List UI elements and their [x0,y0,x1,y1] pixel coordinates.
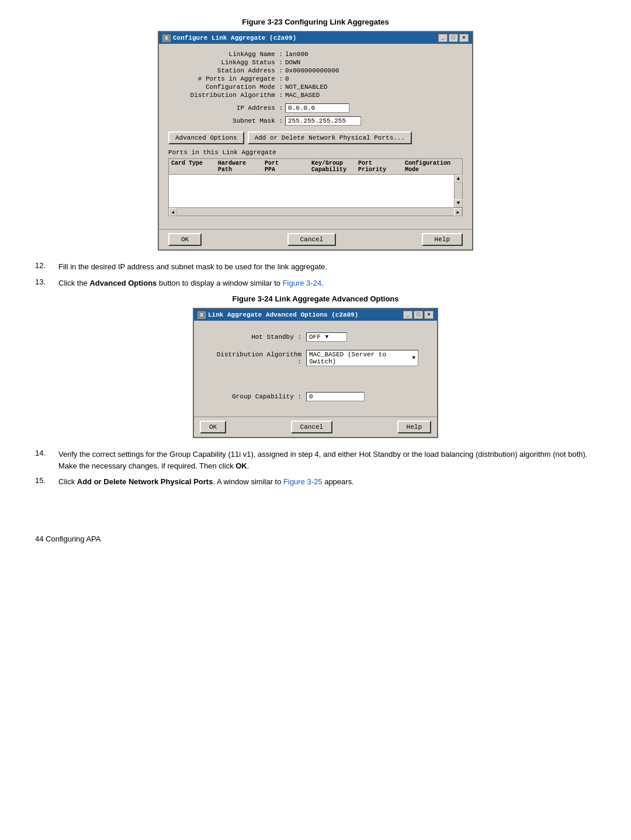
ports-value: 0 [285,75,289,82]
maximize-button-2[interactable]: □ [414,311,423,319]
minimize-button[interactable]: _ [438,34,448,42]
table-body [169,175,454,207]
h-scroll-track[interactable] [177,208,454,216]
scroll-down-arrow[interactable]: ▼ [455,199,463,207]
link-aggregate-advanced-dialog: x Link Aggregate Advanced Options (c2a09… [193,308,438,438]
instruction-14: 14. Verify the correct settings for the … [35,449,596,471]
help-button-2[interactable]: Help [397,421,431,433]
ip-address-label: IP Address : [168,105,285,112]
dist-algo-label: Distribution Algorithm : [168,92,285,99]
hot-standby-dropdown[interactable]: OFF ▼ [306,332,347,342]
dist-algo-value: MAC_BASED [285,92,320,99]
hot-standby-value: OFF [309,334,321,341]
subnet-mask-input[interactable] [285,116,361,126]
linkagg-name-value: lan900 [285,51,308,58]
station-address-label: Station Address : [168,67,285,74]
figure-3-23-title: Figure 3-23 Configuring Link Aggregates [35,18,596,26]
dialog-2-title: Link Aggregate Advanced Options (c2a09) [208,311,358,318]
figure-3-24-title: Figure 3-24 Link Aggregate Advanced Opti… [35,294,596,303]
subnet-mask-label: Subnet Mask : [168,117,285,124]
instruction-12: 12. Fill in the desired IP address and s… [35,261,596,273]
title-x-icon-2: x [197,311,206,319]
col-spacer [452,160,460,173]
add-delete-ports-button[interactable]: Add or Delete Network Physical Ports... [248,131,412,144]
instruction-13: 13. Click the Advanced Options button to… [35,277,596,289]
page-footer: 44 Configuring APA [35,534,596,543]
figure-3-25-link[interactable]: Figure 3-25 [283,477,322,486]
scroll-up-arrow[interactable]: ▲ [455,175,463,183]
dialog-1-title: Configure Link Aggregate (c2a09) [173,34,296,41]
config-mode-value: NOT_ENABLED [285,84,328,91]
dialog-1-titlebar: x Configure Link Aggregate (c2a09) _ □ × [159,32,472,44]
ports-section-label: Ports in this Link Aggregate [168,149,463,156]
figure-3-24-link[interactable]: Figure 3-24 [283,279,321,287]
minimize-button-2[interactable]: _ [403,311,412,319]
col-card-type: Card Type [171,160,218,173]
advanced-options-button[interactable]: Advanced Options [168,131,244,144]
instruction-15: 15. Click Add or Delete Network Physical… [35,476,596,488]
group-cap-label: Group Capability : [213,393,306,400]
hot-standby-label: Hot Standby : [213,334,306,341]
dropdown-arrow-2: ▼ [412,355,415,361]
station-address-value: 0x000000000000 [285,67,339,74]
ok-button-2[interactable]: OK [200,421,226,433]
ok-button-1[interactable]: OK [168,233,202,246]
col-hardware-path: HardwarePath [218,160,265,173]
instruction-14-num: 14. [35,449,58,471]
ip-address-input[interactable] [285,103,349,113]
dialog-2-titlebar: x Link Aggregate Advanced Options (c2a09… [194,309,437,321]
ports-table: Card Type HardwarePath PortPPA Key/Group… [168,158,463,216]
config-mode-label: Configuration Mode : [168,84,285,91]
ports-label: # Ports in Aggregate : [168,75,285,82]
advanced-options-bold: Advanced Options [89,279,157,287]
linkagg-status-value: DOWN [285,59,300,66]
cancel-button-1[interactable]: Cancel [287,233,337,246]
instruction-15-text: Click Add or Delete Network Physical Por… [58,476,596,488]
linkagg-name-label: LinkAgg Name : [168,51,285,58]
instruction-12-num: 12. [35,261,58,273]
instruction-12-text: Fill in the desired IP address and subne… [58,261,596,273]
title-x-icon: x [162,34,171,42]
cancel-button-2[interactable]: Cancel [291,421,333,433]
scroll-right-arrow[interactable]: ► [454,208,462,216]
instruction-13-num: 13. [35,277,58,289]
help-button-1[interactable]: Help [422,233,463,246]
dropdown-arrow-1: ▼ [325,334,328,340]
add-delete-bold: Add or Delete Network Physical Ports [77,477,213,486]
dist-algo-dropdown[interactable]: MAC_BASED (Server to Switch) ▼ [306,350,418,366]
instruction-14-text: Verify the correct settings for the Grou… [58,449,596,471]
dist-algo-label-2: Distribution Algorithm : [213,351,306,365]
col-port-ppa: PortPPA [265,160,311,173]
col-config-mode: ConfigurationMode [405,160,452,173]
col-port-priority: PortPriority [358,160,405,173]
group-cap-input[interactable] [306,392,365,401]
close-button[interactable]: × [459,34,469,42]
linkagg-status-label: LinkAgg Status : [168,59,285,66]
dist-algo-value-2: MAC_BASED (Server to Switch) [309,351,408,365]
instruction-13-text: Click the Advanced Options button to dis… [58,277,596,289]
maximize-button[interactable]: □ [449,34,458,42]
col-key-group: Key/GroupCapability [311,160,358,173]
configure-link-aggregate-dialog: x Configure Link Aggregate (c2a09) _ □ ×… [158,31,473,251]
ok-bold: OK [235,461,247,470]
close-button-2[interactable]: × [424,311,434,319]
scroll-left-arrow[interactable]: ◄ [169,208,177,216]
instruction-15-num: 15. [35,476,58,488]
